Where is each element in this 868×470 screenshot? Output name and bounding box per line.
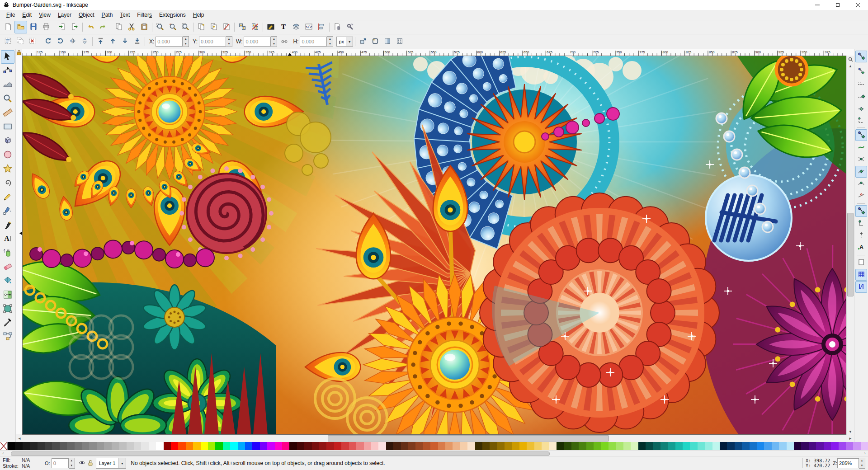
palette-swatch-65[interactable] (490, 442, 497, 450)
export-button[interactable] (68, 21, 81, 33)
copy-button[interactable] (113, 21, 125, 33)
palette-swatch-103[interactable] (772, 442, 779, 450)
zoom-spinner[interactable]: ▲▼ (859, 458, 865, 469)
palette-swatch-45[interactable] (341, 442, 349, 450)
palette-swatch-67[interactable] (505, 442, 512, 450)
palette-swatch-89[interactable] (668, 442, 675, 450)
inkscape-preferences-button[interactable] (344, 21, 356, 33)
palette-swatch-84[interactable] (631, 442, 638, 450)
select-all-button[interactable] (2, 36, 14, 47)
palette-swatch-78[interactable] (586, 442, 594, 450)
palette-swatch-63[interactable] (475, 442, 482, 450)
affect-corners-toggle[interactable] (369, 36, 381, 47)
palette-swatch-51[interactable] (386, 442, 393, 450)
palette-swatch-38[interactable] (289, 442, 297, 450)
h-spinner[interactable]: ▲▼ (327, 36, 333, 47)
palette-swatch-75[interactable] (564, 442, 571, 450)
palette-swatch-21[interactable] (164, 442, 171, 450)
palette-swatch-42[interactable] (319, 442, 326, 450)
x-input[interactable]: 0.000 (156, 37, 183, 47)
rotate-ccw-button[interactable] (42, 36, 54, 47)
palette-swatch-37[interactable] (282, 442, 289, 450)
eraser-tool-button[interactable] (1, 260, 14, 274)
horizontal-ruler[interactable]: 1251501752002252502753003253503754004254… (22, 49, 845, 56)
unit-selector[interactable]: px▼ (336, 37, 353, 47)
palette-swatch-32[interactable] (245, 442, 252, 450)
snap-grids-button[interactable] (855, 269, 867, 281)
close-button[interactable] (848, 0, 868, 10)
palette-swatch-20[interactable] (156, 442, 163, 450)
duplicate-button[interactable] (195, 21, 208, 33)
palette-swatch-50[interactable] (378, 442, 386, 450)
palette-swatch-28[interactable] (215, 442, 222, 450)
lock-width-height-toggle[interactable] (278, 36, 290, 47)
palette-swatch-86[interactable] (646, 442, 653, 450)
palette-swatch-111[interactable] (831, 442, 838, 450)
palette-swatch-105[interactable] (787, 442, 794, 450)
save-button[interactable] (27, 21, 40, 33)
snap-path-intersections-button[interactable] (855, 154, 867, 165)
rectangle-tool-tool-button[interactable] (1, 120, 14, 134)
palette-swatch-69[interactable] (519, 442, 527, 450)
palette-swatch-25[interactable] (193, 442, 200, 450)
flip-vertical-button[interactable] (79, 36, 90, 47)
palette-swatch-76[interactable] (571, 442, 579, 450)
spray-tool-button[interactable] (1, 246, 14, 260)
palette-swatch-113[interactable] (846, 442, 853, 450)
y-spinner[interactable]: ▲▼ (226, 36, 232, 47)
palette-swatch-74[interactable] (557, 442, 564, 450)
palette-swatch-10[interactable] (82, 442, 89, 450)
palette-swatch-57[interactable] (430, 442, 438, 450)
star-tool-tool-button[interactable] (1, 162, 14, 176)
palette-swatch-110[interactable] (824, 442, 831, 450)
palette-swatch-61[interactable] (460, 442, 467, 450)
snap-guides-button[interactable] (855, 281, 867, 293)
fill-stroke-dialog-button[interactable] (264, 21, 277, 33)
text-and-font-button[interactable]: T (277, 21, 290, 33)
vertical-scrollbar[interactable]: ▲ ▼ (846, 56, 854, 435)
snap-to-paths-button[interactable] (855, 141, 867, 153)
affect-stroke-toggle[interactable] (357, 36, 369, 47)
palette-swatch-114[interactable] (853, 442, 860, 450)
canvas[interactable] (22, 56, 846, 435)
palette-swatch-33[interactable] (252, 442, 259, 450)
scroll-up-arrow[interactable]: ▲ (847, 63, 854, 69)
palette-swatch-106[interactable] (794, 442, 801, 450)
lower-button[interactable] (119, 36, 131, 47)
palette-swatch-23[interactable] (178, 442, 185, 450)
palette-swatch-71[interactable] (534, 442, 542, 450)
palette-swatch-107[interactable] (801, 442, 808, 450)
palette-swatch-90[interactable] (675, 442, 683, 450)
palette-swatch-7[interactable] (60, 442, 67, 450)
menu-edit[interactable]: Edit (19, 11, 35, 19)
snap-smooth-nodes-button[interactable] (855, 178, 867, 190)
layer-visibility-toggle[interactable] (79, 460, 85, 466)
palette-swatch-36[interactable] (275, 442, 282, 450)
palette-swatch-94[interactable] (705, 442, 712, 450)
palette-swatch-44[interactable] (334, 442, 341, 450)
palette-swatch-85[interactable] (638, 442, 646, 450)
palette-swatch-3[interactable] (30, 442, 37, 450)
pencil-tool-button[interactable] (1, 190, 14, 204)
palette-swatch-6[interactable] (52, 442, 59, 450)
snap-bbox-edges-button[interactable] (855, 78, 867, 89)
snap-nodes-button[interactable] (855, 129, 867, 141)
palette-swatch-93[interactable] (698, 442, 705, 450)
vscroll-track[interactable] (847, 69, 854, 428)
snap-bbox-centers-button[interactable] (855, 114, 867, 126)
import-button[interactable] (56, 21, 68, 33)
palette-swatch-101[interactable] (757, 442, 764, 450)
palette-swatch-35[interactable] (267, 442, 274, 450)
dropper-tool-button[interactable] (1, 316, 14, 330)
palette-swatch-34[interactable] (260, 442, 267, 450)
gradient-tool-tool-button[interactable] (1, 288, 14, 302)
text-tool-tool-button[interactable]: A (1, 232, 14, 246)
snap-bbox-corners-button[interactable] (855, 90, 867, 102)
palette-swatch-14[interactable] (112, 442, 119, 450)
cut-button[interactable] (125, 21, 138, 33)
node-editor-tool-button[interactable] (1, 64, 14, 78)
palette-swatch-46[interactable] (349, 442, 356, 450)
horizontal-scrollbar[interactable]: ◄ ► (16, 435, 854, 442)
menu-text[interactable]: Text (116, 11, 133, 19)
menu-view[interactable]: View (35, 11, 54, 19)
